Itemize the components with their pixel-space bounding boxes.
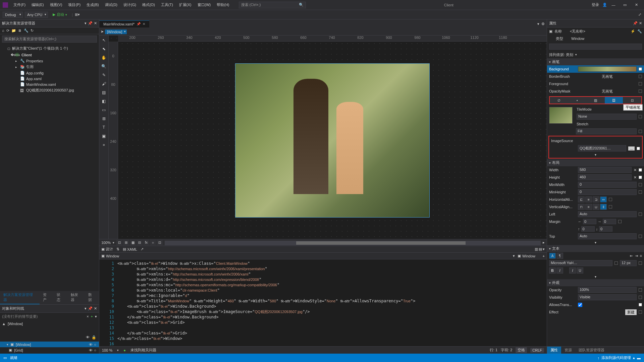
output-icon[interactable]: ▭ [3, 356, 7, 360]
marker-icon[interactable] [614, 261, 618, 265]
solid-brush-tab[interactable]: ▪ [568, 97, 587, 104]
italic-button[interactable]: I [556, 267, 563, 274]
clear-icon[interactable]: ✕ [634, 175, 637, 180]
align-stretch-button[interactable]: ⇔ [600, 196, 607, 202]
dropdown-icon[interactable]: ▾ [85, 306, 87, 311]
tab-dropdown-icon[interactable]: ▾ [537, 22, 539, 26]
text-group-header[interactable]: ▾文本 [547, 245, 644, 252]
swap-views-button[interactable]: ⇅ [116, 247, 119, 251]
menu-x[interactable]: 扩展(X) [176, 1, 194, 9]
gradient-tool-icon[interactable]: ◧ [101, 98, 107, 105]
grid2-icon[interactable]: ▦ [130, 240, 136, 245]
align-right-button[interactable]: ⊐ [593, 196, 599, 202]
dropdown-icon[interactable]: ▾ [513, 254, 515, 258]
gradient-brush-tab[interactable]: ▨ [586, 97, 605, 104]
stretch-value-row[interactable]: Fill [547, 128, 644, 135]
align-top-button[interactable]: ⊓ [578, 204, 585, 210]
solution-tab[interactable]: 资产 [40, 291, 54, 304]
solution-item[interactable]: 📄MainWindow.xaml [1, 81, 98, 87]
bucket-tool-icon[interactable]: ▤ [101, 89, 107, 96]
margin-top-input[interactable]: 0 [581, 226, 595, 232]
layout-group-header[interactable]: ▾布局 [547, 159, 644, 166]
menu-v[interactable]: 视图(V) [47, 1, 65, 9]
events-icon[interactable]: ⚡ [631, 29, 635, 34]
tilemode-value-row[interactable]: None [575, 113, 644, 120]
selection-tool-icon[interactable]: ↖ [101, 37, 107, 44]
up-arrow-icon[interactable]: ▲ [2, 322, 6, 326]
close-icon[interactable]: ✕ [94, 21, 97, 25]
dot-icon[interactable]: ○ [94, 348, 96, 352]
marker-icon[interactable] [639, 82, 642, 85]
left-input[interactable]: Auto [578, 211, 637, 217]
list-icon[interactable]: ≡ [640, 254, 642, 258]
expand-icon[interactable]: �ābra [11, 53, 14, 57]
design-view-button[interactable]: ▣设计 [101, 247, 113, 252]
properties-tab[interactable]: 属性 [547, 347, 561, 354]
line-ending[interactable]: CRLF [530, 348, 544, 353]
timeline-root-row[interactable]: ▲ [Window] [0, 320, 99, 327]
project-node[interactable]: �ābraⓒClient [1, 52, 98, 58]
lock-icon[interactable]: 🔒 [92, 335, 96, 340]
solution-tab[interactable]: 解决方案资源管理器 [0, 291, 40, 304]
refresh-icon[interactable]: ↻ [31, 28, 34, 33]
collapse-pane-icon[interactable]: ▾ [543, 247, 545, 251]
marker-icon[interactable] [639, 235, 642, 238]
font-tab[interactable]: A [549, 253, 556, 259]
tilemode-value[interactable]: None [577, 114, 637, 120]
xaml-member-combo[interactable]: ▣Window [518, 254, 535, 258]
menu-f[interactable]: 文件(F) [11, 1, 28, 9]
menu-t[interactable]: 工具(T) [158, 1, 176, 9]
storyboard-dropdown-icon[interactable]: ▾ [95, 314, 97, 319]
opacity-input[interactable]: 100% [578, 287, 637, 293]
brush-tool-icon[interactable]: 🖌 [101, 80, 107, 87]
marker-icon[interactable] [639, 115, 642, 118]
marker-icon[interactable] [609, 198, 612, 201]
margin-right-input[interactable]: 0 [603, 219, 616, 224]
solution-tab[interactable]: 触发器 [67, 291, 85, 304]
properties-search-input[interactable] [549, 44, 642, 50]
marker-icon[interactable] [639, 310, 642, 314]
code-content[interactable]: <tk-attr">class="tk-el">Window tk-attr">… [116, 259, 547, 346]
effects-icon[interactable]: fx [143, 240, 149, 245]
brush-group-header[interactable]: ▾画笔 [547, 58, 644, 65]
maximize-button[interactable]: ▭ [620, 2, 630, 8]
indent-mode[interactable]: 空格 [516, 347, 527, 353]
collapse-icon[interactable]: 📁 [11, 28, 16, 33]
overflow-icon[interactable]: ⊡ [157, 240, 163, 245]
brush-property-row[interactable]: BorderBrush无画笔 [547, 73, 644, 80]
login-button[interactable]: 登录 [592, 2, 599, 7]
toolbar-extra-icon[interactable]: ⊞▾ [75, 12, 80, 17]
split-h-icon[interactable]: ▥ [535, 247, 538, 251]
solution-search-input[interactable]: 搜索解决方案资源管理器(Ctrl+;) [2, 36, 97, 43]
italic2-button[interactable]: I [569, 267, 576, 274]
show-all-icon[interactable]: 🗎 [18, 28, 22, 33]
notifications-icon[interactable]: ▬ [637, 356, 641, 360]
imagesource-value[interactable]: QQ截图2020061… [578, 145, 626, 152]
menu-e[interactable]: 编辑(E) [29, 1, 47, 9]
align-bottom-button[interactable]: ⊔ [593, 204, 599, 210]
properties-tab[interactable]: 资源 [561, 347, 575, 354]
menu-d[interactable]: 调试(D) [102, 1, 120, 9]
start-debug-button[interactable]: ▶ 启动 ▾ [50, 11, 70, 18]
add-source-control[interactable]: 添加到源代码管理 [601, 355, 631, 360]
plus-icon[interactable]: + [543, 254, 545, 258]
align-left-button[interactable]: ⊏ [578, 196, 585, 202]
top-input[interactable]: Auto [578, 233, 637, 239]
marker-icon[interactable] [639, 296, 642, 299]
expand-icon[interactable]: ▾ [7, 343, 8, 346]
marker-icon[interactable] [639, 261, 642, 265]
no-brush-tab[interactable]: ∅ [550, 97, 568, 104]
sort-by-row[interactable]: 排列依据: 类别 ▾ [547, 51, 644, 58]
resource-brush-tab[interactable]: ⊡ [623, 97, 641, 104]
align-stretch-v-button[interactable]: ⇕ [600, 204, 607, 210]
solution-tab[interactable]: 数据 [85, 291, 99, 304]
pointer-tool-icon[interactable]: ➤ [101, 29, 104, 34]
document-tab[interactable]: MainWindow.xaml* 📌 ✕ [99, 20, 149, 27]
layout-tool-icon[interactable]: ⊞ [101, 115, 107, 122]
split-v-icon[interactable]: ▤ [539, 247, 542, 251]
marker-icon[interactable] [637, 147, 640, 150]
popout-icon[interactable]: ↗ [141, 247, 144, 251]
marker-icon[interactable] [639, 213, 642, 216]
expand-icon[interactable]: ▸ [15, 59, 19, 63]
zoom-level[interactable]: 100% [101, 241, 111, 245]
